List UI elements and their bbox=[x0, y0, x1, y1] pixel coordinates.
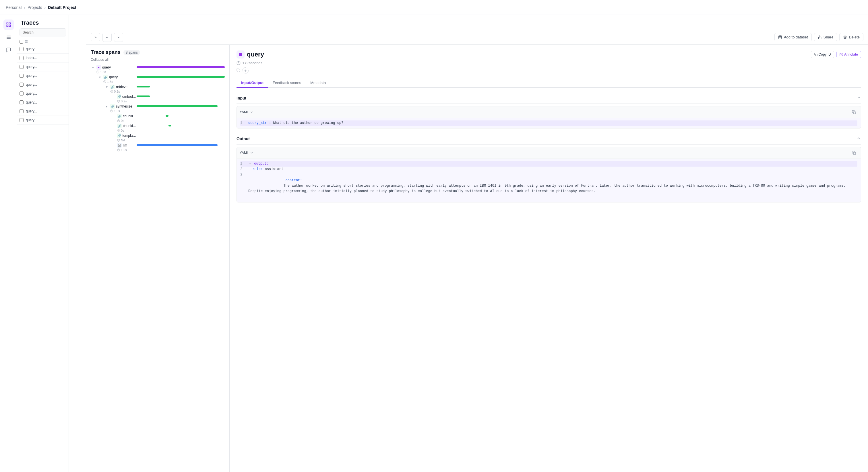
search-input[interactable] bbox=[20, 28, 66, 36]
breadcrumb-projects[interactable]: Projects bbox=[28, 5, 42, 10]
list-item[interactable]: query... bbox=[17, 71, 69, 80]
input-code-block: 1 query_str : What did the author do gro… bbox=[237, 118, 861, 129]
output-chevron[interactable] bbox=[857, 136, 861, 141]
content-area: » Add to dataset bbox=[86, 30, 868, 472]
svg-rect-2 bbox=[7, 25, 8, 27]
span-name: templati... bbox=[122, 134, 136, 138]
span-toggle[interactable]: ▼ bbox=[98, 75, 102, 79]
breadcrumb-sep-1: › bbox=[24, 5, 25, 10]
output-code-block: 1 output: 2 role: assistant bbox=[237, 159, 861, 202]
input-chevron[interactable] bbox=[857, 95, 861, 101]
annotate-button[interactable]: Annotate bbox=[836, 51, 861, 58]
span-bar bbox=[136, 86, 150, 88]
database-icon bbox=[778, 35, 782, 39]
svg-rect-19 bbox=[815, 54, 817, 56]
span-bar bbox=[136, 105, 218, 107]
span-icon-chat: 💬 bbox=[117, 143, 122, 148]
nav-down-button[interactable] bbox=[114, 33, 123, 42]
yaml-format-label-input: YAML bbox=[240, 110, 249, 114]
code-line: 3 content: The author worked on writing … bbox=[240, 172, 857, 200]
share-button[interactable]: Share bbox=[814, 33, 837, 41]
span-bar bbox=[136, 96, 150, 97]
tab-metadata[interactable]: Metadata bbox=[306, 78, 330, 88]
copy-id-button[interactable]: Copy ID bbox=[811, 51, 834, 58]
copy-icon bbox=[814, 53, 817, 56]
span-row-chunking-2: 🔗 chunking 0s bbox=[91, 124, 225, 132]
span-toggle[interactable]: ▼ bbox=[104, 104, 109, 109]
list-item[interactable]: query... bbox=[17, 80, 69, 89]
span-icon-link: 🔗 bbox=[117, 124, 122, 128]
line-number: 3 bbox=[240, 172, 245, 200]
svg-rect-3 bbox=[9, 25, 10, 27]
svg-rect-0 bbox=[7, 23, 8, 24]
tab-feedback-scores[interactable]: Feedback scores bbox=[268, 78, 306, 88]
traces-panel: Traces ☰ query index... query... query..… bbox=[17, 15, 69, 472]
list-item[interactable]: query... bbox=[17, 107, 69, 116]
svg-rect-22 bbox=[854, 111, 856, 114]
output-title: Output bbox=[237, 136, 250, 141]
span-name: chunking bbox=[123, 114, 136, 118]
collapse-all-button[interactable]: Collapse all bbox=[91, 58, 225, 62]
top-nav: Personal › Projects › Default Project bbox=[0, 0, 868, 15]
svg-rect-1 bbox=[9, 23, 10, 24]
list-item[interactable]: query... bbox=[17, 116, 69, 125]
sidebar-icon-list[interactable] bbox=[3, 32, 14, 42]
span-toggle[interactable]: ▼ bbox=[91, 65, 95, 70]
traces-search-container bbox=[17, 28, 69, 39]
breadcrumb-personal[interactable]: Personal bbox=[6, 5, 22, 10]
span-toggle[interactable]: ▼ bbox=[104, 85, 109, 89]
span-time: NA bbox=[112, 138, 136, 142]
list-item[interactable]: query... bbox=[17, 98, 69, 107]
trace-spans-panel: Trace spans 8 spans Collapse all ▼ ■ que… bbox=[86, 45, 229, 472]
line-number: 1 bbox=[240, 161, 245, 167]
span-icon-link: 🔗 bbox=[103, 75, 108, 79]
span-name: query bbox=[102, 65, 111, 69]
expand-icon: » bbox=[94, 35, 96, 39]
input-section: Input YAML bbox=[237, 92, 861, 129]
span-row-chunking-1: 🔗 chunking 0s bbox=[91, 114, 225, 123]
span-row-templati: 🔗 templati... NA bbox=[91, 133, 225, 142]
add-tag-button[interactable]: + bbox=[242, 67, 249, 74]
clock-icon bbox=[237, 61, 241, 65]
span-bar bbox=[136, 76, 225, 78]
yaml-format-select-input[interactable]: YAML bbox=[240, 110, 253, 114]
line-number: 2 bbox=[240, 167, 245, 172]
yaml-format-select-output[interactable]: YAML bbox=[240, 151, 253, 155]
trace-spans-title-row: Trace spans 8 spans bbox=[91, 49, 225, 55]
copy-input-button[interactable] bbox=[850, 108, 858, 116]
tab-input-output[interactable]: Input/Output bbox=[237, 78, 268, 88]
breadcrumb-current: Default Project bbox=[48, 5, 76, 10]
output-section: Output YAML bbox=[237, 133, 861, 202]
svg-rect-23 bbox=[854, 152, 856, 155]
list-item[interactable]: query... bbox=[17, 63, 69, 71]
svg-rect-18 bbox=[239, 53, 242, 56]
span-row-retrieve: ▼ 🔗 retrieve 0.2s bbox=[91, 85, 225, 93]
span-row-embedd: 🔗 embedd... 0.2s bbox=[91, 94, 225, 103]
nav-up-button[interactable] bbox=[102, 33, 112, 42]
list-item[interactable]: index... bbox=[17, 54, 69, 63]
list-item[interactable]: query bbox=[17, 45, 69, 54]
sidebar-icon-chat[interactable] bbox=[3, 45, 14, 55]
panels-wrapper: Trace spans 8 spans Collapse all ▼ ■ que… bbox=[86, 45, 868, 472]
span-time: 1.8s bbox=[91, 70, 136, 74]
query-meta: 1.8 seconds bbox=[237, 61, 861, 65]
span-icon-link: 🔗 bbox=[117, 94, 121, 99]
select-all-checkbox[interactable] bbox=[20, 40, 23, 43]
code-line: 1 output: bbox=[240, 161, 857, 167]
line-number: 1 bbox=[240, 121, 245, 126]
query-header: query Copy ID bbox=[237, 50, 861, 59]
share-icon bbox=[818, 35, 822, 39]
sidebar-icon-grid[interactable] bbox=[3, 20, 14, 30]
expand-button[interactable]: » bbox=[91, 33, 100, 41]
add-dataset-label: Add to dataset bbox=[784, 35, 808, 39]
tabs-row: Input/Output Feedback scores Metadata bbox=[237, 78, 861, 88]
traces-title: Traces bbox=[17, 15, 69, 28]
add-dataset-button[interactable]: Add to dataset bbox=[774, 33, 812, 41]
copy-icon bbox=[852, 110, 856, 114]
list-item[interactable]: query... bbox=[17, 89, 69, 98]
copy-output-button[interactable] bbox=[850, 149, 858, 157]
span-name: embedd... bbox=[122, 95, 136, 99]
span-icon-link: 🔗 bbox=[117, 114, 122, 119]
delete-button[interactable]: Delete bbox=[839, 33, 863, 41]
expand-line-icon bbox=[248, 162, 251, 165]
